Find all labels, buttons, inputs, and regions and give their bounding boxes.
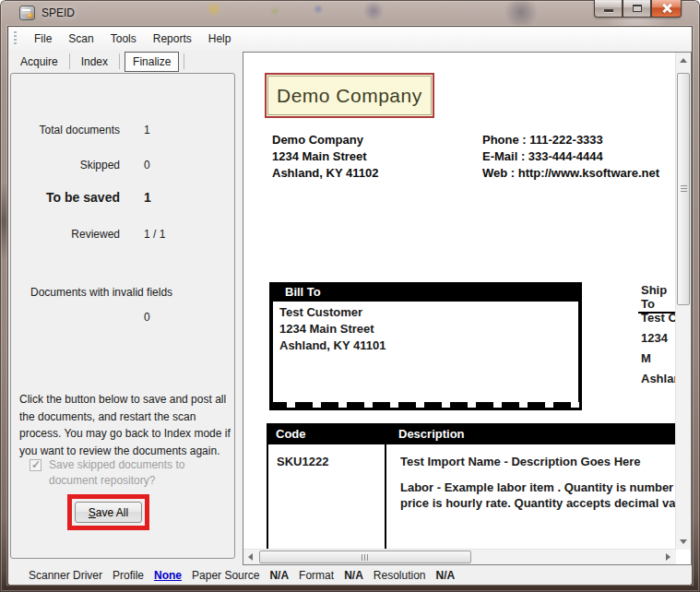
format-label: Format: [299, 569, 334, 582]
title-bar: SPEID: [0, 0, 700, 26]
save-all-button[interactable]: Save All: [75, 502, 142, 523]
scroll-left-button[interactable]: [243, 550, 259, 565]
finalize-panel: Total documents 1 Skipped 0 To be saved …: [10, 73, 235, 559]
horizontal-scrollbar-thumb[interactable]: [259, 551, 471, 563]
doc-bill-to-header: Bill To: [269, 282, 582, 302]
doc-company-line: Ashland, KY 41102: [272, 165, 378, 182]
thumb-grip-icon: [681, 185, 687, 193]
doc-table-col-code: Code: [276, 423, 306, 444]
menu-tools[interactable]: Tools: [102, 30, 145, 48]
tab-finalize[interactable]: Finalize: [125, 52, 179, 72]
paper-source-label: Paper Source: [192, 569, 259, 582]
doc-table-column-divider: [385, 444, 386, 550]
tab-separator: [119, 53, 120, 69]
doc-bill-to-line: Test Customer: [279, 304, 572, 321]
menu-file[interactable]: File: [26, 30, 60, 48]
to-be-saved-label: To be saved: [11, 190, 120, 205]
doc-bill-to-line: 1234 Main Street: [279, 321, 572, 337]
save-skipped-checkbox[interactable]: [30, 459, 42, 471]
minimize-icon: [604, 9, 613, 12]
arrow-up-icon: [680, 58, 687, 63]
save-skipped-checkbox-row: Save skipped documents to document repos…: [30, 457, 219, 489]
skipped-label: Skipped: [11, 159, 120, 172]
reviewed-label: Reviewed: [11, 228, 120, 241]
scroll-up-button[interactable]: [676, 53, 692, 68]
doc-company-line: Demo Company: [272, 132, 378, 148]
doc-ship-to-line: Test C: [641, 308, 676, 328]
window-frame: SPEID File Scan Tools Reports Help Acqui…: [0, 0, 700, 592]
status-bar: Scanner Driver Profile None Paper Source…: [9, 565, 691, 585]
save-skipped-checkbox-label: Save skipped documents to document repos…: [49, 457, 219, 489]
close-icon: [661, 3, 672, 14]
maximize-icon: [633, 5, 642, 12]
window-title: SPEID: [42, 6, 75, 19]
doc-table-cell-name: Test Import Name - Description Goes Here: [400, 455, 641, 468]
client-area: File Scan Tools Reports Help Acquire Ind…: [7, 26, 693, 585]
total-documents-value: 1: [144, 124, 150, 136]
save-all-mnemonic: S: [89, 506, 96, 519]
doc-contact-line: E-Mail : 333-444-4444: [482, 148, 659, 165]
scanner-driver-label: Scanner Driver: [29, 569, 102, 582]
arrow-down-icon: [680, 539, 687, 544]
arrow-left-icon: [248, 553, 253, 561]
doc-logo-box: Demo Company: [265, 73, 434, 118]
maximize-button[interactable]: [623, 0, 651, 18]
resolution-value: N/A: [436, 569, 456, 582]
invalid-fields-value: 0: [144, 311, 150, 324]
doc-table-detail-line: price is hourly rate. Quantity accepts d…: [400, 495, 676, 511]
arrow-right-icon: [666, 553, 670, 561]
thumb-grip-icon: [362, 554, 369, 561]
doc-bill-to-line: Ashland, KY 41101: [279, 337, 572, 354]
doc-contact-line: Phone : 111-222-3333: [482, 132, 659, 148]
minimize-button[interactable]: [594, 0, 623, 18]
menu-scan[interactable]: Scan: [60, 30, 101, 48]
paper-source-value: N/A: [269, 569, 289, 582]
instructions-text: Click the button below to save and post …: [19, 391, 231, 459]
vertical-scrollbar-thumb[interactable]: [677, 73, 690, 305]
doc-company-line: 1234 Main Street: [272, 148, 378, 165]
save-all-highlight-box: Save All: [67, 494, 149, 530]
scroll-down-button[interactable]: [676, 534, 692, 550]
menu-reports[interactable]: Reports: [145, 30, 200, 48]
doc-company-address: Demo Company 1234 Main Street Ashland, K…: [272, 132, 378, 182]
skipped-value: 0: [144, 159, 150, 172]
horizontal-scrollbar[interactable]: [243, 549, 676, 564]
doc-table-cell-code: SKU1222: [277, 455, 328, 468]
doc-table-detail-line: Labor - Example labor item . Quantity is…: [400, 480, 676, 495]
doc-ship-to-line: 1234 M: [641, 328, 676, 369]
scanned-document: Demo Company Demo Company 1234 Main Stre…: [243, 53, 676, 550]
menubar-grip-icon: [14, 31, 17, 46]
app-icon: [19, 6, 35, 20]
tab-index[interactable]: Index: [73, 52, 116, 72]
profile-label: Profile: [113, 569, 144, 582]
total-documents-label: Total documents: [11, 124, 120, 136]
profile-value-link[interactable]: None: [154, 569, 182, 582]
doc-bill-to-dashed-edge: [269, 402, 582, 410]
vertical-scrollbar[interactable]: [675, 53, 691, 550]
doc-table-cell-detail: Labor - Example labor item . Quantity is…: [400, 480, 676, 511]
save-all-label: ave All: [96, 506, 128, 519]
doc-items-table: Code Description SKU1222 Test Import Nam…: [267, 423, 676, 550]
doc-bill-to-box: Bill To Test Customer 1234 Main Street A…: [269, 282, 582, 410]
document-preview: Demo Company Demo Company 1234 Main Stre…: [243, 52, 692, 565]
tab-separator: [69, 53, 70, 69]
doc-ship-to-line: Ashlan: [641, 369, 676, 389]
resolution-label: Resolution: [374, 569, 426, 582]
menu-help[interactable]: Help: [200, 30, 240, 48]
doc-bill-to-body: Test Customer 1234 Main Street Ashland, …: [269, 302, 582, 402]
doc-ship-to-body: Test C 1234 M Ashlan: [641, 308, 676, 389]
tab-separator: [184, 53, 184, 69]
doc-contact-info: Phone : 111-222-3333 E-Mail : 333-444-44…: [482, 132, 659, 182]
menu-bar: File Scan Tools Reports Help: [9, 28, 691, 50]
close-button[interactable]: [651, 0, 682, 18]
window-controls: [594, 0, 682, 18]
invalid-fields-label: Documents with invalid fields: [30, 286, 172, 299]
to-be-saved-value: 1: [144, 190, 151, 205]
doc-table-header: Code Description: [267, 423, 676, 444]
format-value: N/A: [344, 569, 363, 582]
tab-acquire[interactable]: Acquire: [12, 52, 66, 72]
doc-table-row: SKU1222 Test Import Name - Description G…: [267, 444, 676, 550]
scroll-right-button[interactable]: [660, 550, 676, 565]
doc-contact-line: Web : http://www.ksoftware.net: [482, 165, 659, 182]
doc-table-col-description: Description: [398, 423, 465, 444]
